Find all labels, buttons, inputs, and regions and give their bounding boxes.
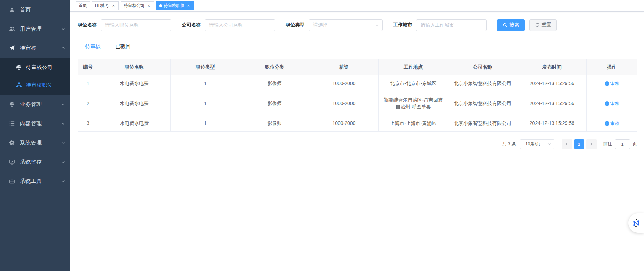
cell-actions: 审核 bbox=[587, 115, 637, 132]
company-name-input[interactable] bbox=[205, 19, 275, 31]
content-area: 职位名称 公司名称 职位类型 请选择 bbox=[70, 12, 644, 271]
close-icon[interactable]: × bbox=[186, 3, 191, 8]
tab-rejected[interactable]: 已驳回 bbox=[108, 39, 138, 53]
tag-home[interactable]: 首页 bbox=[76, 1, 90, 10]
globe-icon bbox=[16, 64, 22, 70]
sidebar-item-business-management[interactable]: 业务管理 bbox=[0, 95, 70, 114]
review-button[interactable]: 审核 bbox=[605, 120, 619, 127]
cell-position-category: 影像师 bbox=[240, 115, 309, 132]
tab-pending[interactable]: 待审核 bbox=[78, 39, 108, 53]
chevron-down-icon bbox=[61, 160, 65, 164]
total-count: 共 3 条 bbox=[502, 141, 516, 147]
field-label: 工作城市 bbox=[393, 22, 412, 28]
cell-position-type: 1 bbox=[171, 75, 240, 92]
tabs-box: 待审核 已驳回 bbox=[78, 39, 138, 53]
column-header: 职位类型 bbox=[171, 59, 240, 75]
form-item-position-type: 职位类型 请选择 bbox=[286, 19, 383, 31]
tag-pending-company[interactable]: 待审核公司 × bbox=[121, 1, 154, 10]
search-button[interactable]: 搜索 bbox=[497, 19, 525, 31]
chevron-up-icon bbox=[61, 46, 65, 50]
page-unit-label: 页 bbox=[633, 141, 637, 147]
close-icon[interactable]: × bbox=[111, 3, 116, 8]
column-header: 公司名称 bbox=[448, 59, 517, 75]
column-header: 薪资 bbox=[309, 59, 379, 75]
cell-location: 新疆维吾尔自治区-昌吉回族自治州-呼图壁县 bbox=[379, 92, 448, 115]
cell-location: 上海市-上海市-黄浦区 bbox=[379, 115, 448, 132]
positions-table: 编号 职位名称 职位类型 职位分类 薪资 工作地点 公司名称 发布时间 操作 1 bbox=[78, 59, 637, 132]
review-button[interactable]: 审核 bbox=[605, 80, 619, 87]
column-header: 操作 bbox=[587, 59, 637, 75]
page-size-select[interactable]: 10条/页 bbox=[520, 139, 554, 149]
form-item-company-name: 公司名称 bbox=[182, 19, 275, 31]
refresh-icon bbox=[535, 23, 540, 27]
active-dot-icon bbox=[159, 4, 162, 7]
main-area: 首页 HR账号 × 待审核公司 × 待审核职位 × 职位名称 bbox=[70, 0, 644, 271]
goto-page-input[interactable] bbox=[615, 139, 630, 149]
sidebar-item-home[interactable]: 首页 bbox=[0, 0, 70, 19]
cell-salary: 1000-2000 bbox=[309, 75, 379, 92]
sidebar-item-content-management[interactable]: 内容管理 bbox=[0, 114, 70, 133]
tag-pending-position[interactable]: 待审核职位 × bbox=[156, 1, 194, 10]
page-size-value: 10条/页 bbox=[525, 141, 540, 147]
chevron-down-icon bbox=[61, 179, 65, 183]
page-number-1[interactable]: 1 bbox=[574, 139, 584, 149]
sidebar-item-label: 待审核职位 bbox=[26, 82, 65, 89]
position-type-select[interactable]: 请选择 bbox=[309, 19, 383, 31]
cell-publish-time: 2024-12-13 15:29:56 bbox=[517, 75, 587, 92]
search-icon bbox=[503, 23, 507, 27]
sidebar-item-system-monitor[interactable]: 系统监控 bbox=[0, 152, 70, 172]
field-label: 职位类型 bbox=[286, 22, 305, 28]
cell-salary: 1000-2000 bbox=[309, 115, 379, 132]
cell-position-type: 1 bbox=[171, 92, 240, 115]
cell-actions: 审核 bbox=[587, 92, 637, 115]
tag-hr-account[interactable]: HR账号 × bbox=[92, 1, 119, 10]
cell-index: 3 bbox=[78, 115, 98, 132]
field-label: 职位名称 bbox=[78, 22, 97, 28]
sidebar-item-system-tools[interactable]: 系统工具 bbox=[0, 172, 70, 191]
chevron-down-icon bbox=[61, 121, 65, 126]
sidebar-item-pending-company[interactable]: 待审核公司 bbox=[0, 58, 70, 76]
cell-position-name: 水电费水电费 bbox=[98, 92, 171, 115]
sidebar-submenu-pending-review: 待审核公司 待审核职位 bbox=[0, 58, 70, 95]
review-button[interactable]: 审核 bbox=[605, 100, 619, 107]
cell-company: 北京小象智慧科技有限公司 bbox=[448, 75, 517, 92]
table-row: 1 水电费水电费 1 影像师 1000-2000 北京市-北京市-东城区 北京小… bbox=[78, 75, 637, 92]
tab-label: 已驳回 bbox=[115, 43, 131, 49]
form-item-position-name: 职位名称 bbox=[78, 19, 171, 31]
user-icon bbox=[9, 7, 15, 13]
sidebar-item-system-management[interactable]: 系统管理 bbox=[0, 133, 70, 152]
position-name-input[interactable] bbox=[101, 19, 171, 31]
reset-button[interactable]: 重置 bbox=[529, 19, 557, 31]
cell-index: 1 bbox=[78, 75, 98, 92]
column-header: 编号 bbox=[78, 59, 98, 75]
sidebar-item-pending-position[interactable]: 待审核职位 bbox=[0, 76, 70, 94]
send-icon bbox=[9, 45, 15, 51]
table-row: 3 水电费水电费 1 影像师 1000-2000 上海市-上海市-黄浦区 北京小… bbox=[78, 115, 637, 132]
tag-label: 待审核职位 bbox=[164, 3, 184, 9]
search-form: 职位名称 公司名称 职位类型 请选择 bbox=[78, 19, 637, 31]
sidebar-item-user-management[interactable]: 用户管理 bbox=[0, 19, 70, 38]
goto-page: 前往 页 bbox=[603, 139, 637, 149]
tab-label: 待审核 bbox=[85, 43, 101, 49]
cell-index: 2 bbox=[78, 92, 98, 115]
review-label: 审核 bbox=[610, 100, 619, 107]
cell-company: 北京小象智慧科技有限公司 bbox=[448, 92, 517, 115]
info-icon bbox=[605, 81, 609, 86]
tag-label: 待审核公司 bbox=[124, 3, 145, 9]
sidebar-item-pending-review[interactable]: 待审核 bbox=[0, 38, 70, 58]
chevron-right-icon bbox=[589, 142, 594, 146]
review-label: 审核 bbox=[610, 120, 619, 127]
prev-page-button[interactable] bbox=[562, 139, 572, 149]
table-header-row: 编号 职位名称 职位类型 职位分类 薪资 工作地点 公司名称 发布时间 操作 bbox=[78, 59, 637, 75]
chevron-down-icon bbox=[61, 102, 65, 106]
table-row: 2 水电费水电费 1 影像师 1000-2000 新疆维吾尔自治区-昌吉回族自治… bbox=[78, 92, 637, 115]
next-page-button[interactable] bbox=[586, 139, 597, 149]
chevron-down-icon bbox=[61, 141, 65, 145]
work-city-input[interactable] bbox=[416, 19, 487, 31]
form-item-work-city: 工作城市 bbox=[393, 19, 487, 31]
tags-view-bar: 首页 HR账号 × 待审核公司 × 待审核职位 × bbox=[70, 0, 644, 12]
close-icon[interactable]: × bbox=[146, 3, 151, 8]
info-icon bbox=[605, 121, 609, 126]
chevron-down-icon bbox=[547, 142, 551, 146]
search-button-label: 搜索 bbox=[509, 22, 519, 28]
